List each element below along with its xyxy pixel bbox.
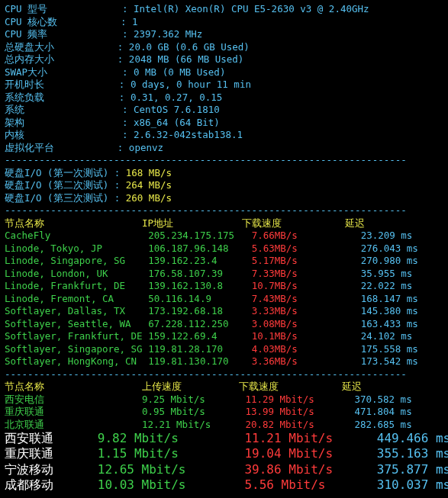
divider: ----------------------------------------… <box>5 204 443 217</box>
dl-node: Linode, Fremont, CA <box>5 293 148 304</box>
dl-ip: 139.162.23.4 <box>148 255 251 266</box>
dl-node: Softlayer, Frankfurt, DE <box>5 330 148 342</box>
live-upload: 1.15 Mbit/s <box>98 446 245 461</box>
sys-value-kernel: 2.6.32-042stab138.1 <box>134 129 243 140</box>
dl-node: Softlayer, Singapore, SG <box>5 343 148 355</box>
download-row: Softlayer, HongKong, CN 119.81.130.170 3… <box>5 355 443 368</box>
sp-latency: 471.804 ms <box>354 406 411 417</box>
speedtest-table: 西安电信 9.25 Mbit/s 11.29 Mbit/s 370.582 ms… <box>5 394 443 432</box>
divider: ----------------------------------------… <box>5 154 443 167</box>
live-download: 19.04 Mbit/s <box>244 446 376 461</box>
sp-download: 13.99 Mbit/s <box>245 406 354 417</box>
sp-latency: 282.685 ms <box>354 419 411 430</box>
io-value-t1: 168 MB/s <box>126 167 172 178</box>
live-upload: 9.82 Mbit/s <box>98 431 245 445</box>
dl-speed: 10.7MB/s <box>252 280 361 291</box>
live-node: 重庆联通 <box>5 446 98 461</box>
sys-row-swap: SWAP大小 : 0 MB (0 MB Used) <box>5 66 443 79</box>
live-latency: 310.037 ms <box>377 477 448 492</box>
sp-node: 重庆联通 <box>5 406 142 417</box>
dl-latency: 173.542 ms <box>361 355 418 367</box>
dl-latency: 163.433 ms <box>361 318 418 329</box>
disk-io-block: 硬盘I/O (第一次测试) : 168 MB/s硬盘I/O (第二次测试) : … <box>5 167 443 205</box>
sys-row-cpu_freq: CPU 频率 : 2397.362 MHz <box>5 28 443 41</box>
system-info-block: CPU 型号 : Intel(R) Xeon(R) CPU E5-2630 v3… <box>5 3 443 154</box>
dl-ip: 139.162.130.8 <box>148 280 251 291</box>
speedtest-live-row: 重庆联通 1.15 Mbit/s 19.04 Mbit/s 355.163 ms <box>5 446 443 461</box>
dl-latency: 175.558 ms <box>361 343 418 355</box>
dl-latency: 24.102 ms <box>361 330 413 342</box>
sys-value-uptime: 0 days, 0 hour 11 min <box>131 79 251 90</box>
sys-value-virt: openvz <box>129 142 163 153</box>
sys-value-cpu_cores: 1 <box>132 16 138 27</box>
dl-speed: 7.43MB/s <box>252 293 361 304</box>
live-upload: 10.03 Mbit/s <box>98 477 245 492</box>
dl-ip: 106.187.96.148 <box>148 243 251 254</box>
sys-row-disk: 总硬盘大小 : 20.0 GB (0.6 GB Used) <box>5 41 443 54</box>
dl-ip: 173.192.68.18 <box>148 305 251 316</box>
sys-value-arch: x86_64 (64 Bit) <box>134 117 220 128</box>
dl-node: Linode, Singapore, SG <box>5 255 148 266</box>
sp-download: 11.29 Mbit/s <box>245 394 354 405</box>
speedtest-header: 节点名称 上传速度 下载速度 延迟 <box>5 381 443 394</box>
sys-value-load: 0.31, 0.27, 0.15 <box>131 92 222 103</box>
speedtest-live-row: 宁波移动 12.65 Mbit/s 39.86 Mbit/s 375.877 m… <box>5 462 443 477</box>
download-row: Softlayer, Seattle, WA 67.228.112.250 3.… <box>5 318 443 331</box>
dl-node: Softlayer, HongKong, CN <box>5 355 148 367</box>
dl-latency: 276.043 ms <box>361 243 418 254</box>
dl-latency: 168.147 ms <box>361 293 418 304</box>
sp-latency: 370.582 ms <box>354 394 411 405</box>
download-row: Linode, Frankfurt, DE 139.162.130.8 10.7… <box>5 280 443 293</box>
sys-row-load: 系统负载 : 0.31, 0.27, 0.15 <box>5 92 443 104</box>
download-row: Softlayer, Frankfurt, DE 159.122.69.4 10… <box>5 330 443 343</box>
live-upload: 12.65 Mbit/s <box>98 462 245 477</box>
download-row: Softlayer, Singapore, SG 119.81.28.170 4… <box>5 343 443 356</box>
dl-node: CacheFly <box>5 230 148 241</box>
sys-value-cpu_model: Intel(R) Xeon(R) CPU E5-2630 v3 @ 2.40GH… <box>134 3 369 14</box>
dl-node: Softlayer, Seattle, WA <box>5 318 148 329</box>
sys-row-kernel: 内核 : 2.6.32-042stab138.1 <box>5 129 443 142</box>
download-header: 节点名称 IP地址 下载速度 延迟 <box>5 217 443 230</box>
dl-latency: 35.955 ms <box>361 268 413 279</box>
io-row-t3: 硬盘I/O (第三次测试) : 260 MB/s <box>5 192 443 205</box>
dl-node: Linode, Tokyo, JP <box>5 243 148 254</box>
live-latency: 355.163 ms <box>377 446 448 461</box>
speedtest-row: 西安电信 9.25 Mbit/s 11.29 Mbit/s 370.582 ms <box>5 394 443 406</box>
speedtest-live-row: 西安联通 9.82 Mbit/s 11.21 Mbit/s 449.466 ms <box>5 431 443 446</box>
live-download: 11.21 Mbit/s <box>244 431 376 445</box>
speedtest-live-block: 西安联通 9.82 Mbit/s 11.21 Mbit/s 449.466 ms… <box>5 431 443 493</box>
dl-speed: 3.08MB/s <box>252 318 361 329</box>
speedtest-row: 北京联通 12.21 Mbit/s 20.82 Mbit/s 282.685 m… <box>5 419 443 432</box>
sys-value-os: CentOS 7.6.1810 <box>134 104 220 115</box>
dl-speed: 5.63MB/s <box>252 243 361 254</box>
sp-download: 20.82 Mbit/s <box>245 419 354 430</box>
live-download: 5.56 Mbit/s <box>244 477 376 492</box>
live-node: 成都移动 <box>5 477 98 492</box>
speedtest-live-row: 成都移动 10.03 Mbit/s 5.56 Mbit/s 310.037 ms <box>5 477 443 493</box>
sp-upload: 0.95 Mbit/s <box>142 406 245 417</box>
io-row-t2: 硬盘I/O (第二次测试) : 264 MB/s <box>5 179 443 192</box>
live-download: 39.86 Mbit/s <box>244 462 376 477</box>
dl-speed: 7.66MB/s <box>252 230 361 241</box>
dl-speed: 3.33MB/s <box>252 305 361 316</box>
download-row: Linode, Tokyo, JP 106.187.96.148 5.63MB/… <box>5 243 443 255</box>
live-node: 宁波移动 <box>5 462 98 477</box>
sys-row-arch: 架构 : x86_64 (64 Bit) <box>5 117 443 130</box>
dl-speed: 10.1MB/s <box>252 330 361 342</box>
dl-speed: 4.03MB/s <box>252 343 361 355</box>
sys-row-virt: 虚拟化平台 : openvz <box>5 142 443 155</box>
download-row: Linode, London, UK 176.58.107.39 7.33MB/… <box>5 268 443 281</box>
live-node: 西安联通 <box>5 431 98 445</box>
download-table: CacheFly 205.234.175.175 7.66MB/s 23.209… <box>5 230 443 368</box>
sys-row-cpu_cores: CPU 核心数 : 1 <box>5 16 443 29</box>
io-row-t1: 硬盘I/O (第一次测试) : 168 MB/s <box>5 167 443 180</box>
dl-node: Linode, Frankfurt, DE <box>5 280 148 291</box>
download-row: Softlayer, Dallas, TX 173.192.68.18 3.33… <box>5 305 443 318</box>
sys-row-os: 系统 : CentOS 7.6.1810 <box>5 104 443 117</box>
sys-row-uptime: 开机时长 : 0 days, 0 hour 11 min <box>5 79 443 92</box>
dl-ip: 205.234.175.175 <box>148 230 251 241</box>
sys-row-cpu_model: CPU 型号 : Intel(R) Xeon(R) CPU E5-2630 v3… <box>5 3 443 16</box>
dl-latency: 270.980 ms <box>361 255 418 266</box>
sp-upload: 9.25 Mbit/s <box>142 394 245 405</box>
dl-node: Softlayer, Dallas, TX <box>5 305 148 316</box>
